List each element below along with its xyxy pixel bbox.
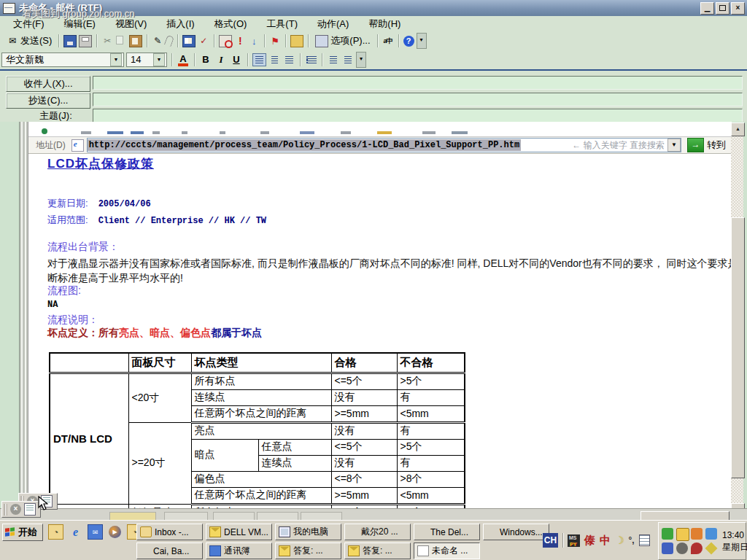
policy-table-cell: 暗点 [191,439,258,471]
menu-item[interactable]: 帮助(H) [368,18,400,31]
bad-pixel-definition: 坏点定义：所有亮点、暗点、偏色点都属于坏点 [47,327,262,340]
media-player-icon[interactable]: ▶ [108,525,122,539]
go-label[interactable]: 转到 [707,139,726,152]
cut-icon[interactable]: ✂ [101,36,113,47]
task-button[interactable]: 答复: ... [344,542,411,559]
importance-high-icon[interactable]: ! [234,36,246,47]
tray-icon[interactable] [662,528,673,540]
address-input[interactable]: http://cccts/management/process_team/Pol… [87,138,681,152]
background-heading: 流程出台背景： [47,241,119,254]
policy-table-cell: 任意点 [258,439,331,455]
underline-button[interactable]: U [230,53,243,66]
decrease-indent-button[interactable] [327,54,339,66]
align-center-button[interactable] [268,54,281,66]
task-button-icon [209,526,221,537]
vertical-scrollbar[interactable]: ▲ ▼ [731,122,743,516]
minimize-button[interactable]: ▁ [700,2,714,15]
help-icon[interactable]: ? [403,36,414,47]
horizontal-scrollbar[interactable] [0,508,747,521]
shortcut-clock-icon[interactable]: ◔ [48,524,63,540]
paste-icon[interactable] [129,35,142,47]
outlook-icon[interactable]: ✉ [88,524,103,540]
task-button[interactable]: Inbox -... [136,524,203,540]
mspy-ime-icon[interactable] [568,534,580,547]
cc-button[interactable]: 抄送(C)... [6,93,90,109]
punctuation-toggle-icon[interactable]: °, [629,535,635,545]
attach-paperclip-icon[interactable] [164,35,174,47]
drag-grip[interactable] [4,504,7,516]
align-right-button[interactable] [283,54,295,66]
internet-explorer-icon[interactable]: e [69,525,82,539]
print-icon[interactable] [79,35,92,47]
task-button-icon [487,527,497,537]
tray-icon[interactable] [691,528,703,540]
ime-chinese-toggle[interactable]: 中 [600,534,611,548]
cc-input[interactable] [93,93,743,106]
address-book-icon[interactable] [182,35,196,47]
bold-button[interactable]: B [199,53,212,66]
increase-indent-button[interactable] [341,54,354,66]
cancel-icon[interactable]: × [10,504,21,515]
check-names-icon[interactable]: ✓ [198,36,209,47]
combo-arrow-icon[interactable]: ▼ [110,53,122,66]
tray-icon[interactable] [676,542,688,554]
folder-icon[interactable] [290,35,303,47]
policy-table-cell: <5mm [397,405,465,422]
task-button[interactable]: 未命名 ... [414,542,480,559]
task-button[interactable]: Windows... [483,524,549,540]
tray-icon[interactable] [691,542,703,554]
font-color-button[interactable]: A [177,53,190,66]
message-flag-icon[interactable] [219,35,232,47]
menu-item[interactable]: 工具(T) [266,18,298,31]
start-button[interactable]: 开始 [2,524,43,541]
translate-icon[interactable]: a中 [382,36,394,47]
soft-keyboard-icon[interactable] [639,534,650,546]
menu-item[interactable]: 动作(A) [317,18,349,31]
to-input[interactable] [93,76,743,90]
toolbar-overflow-button[interactable]: ▾ [356,52,366,68]
address-dropdown-button[interactable]: ▼ [667,139,681,152]
combo-arrow-icon[interactable]: ▼ [153,53,165,66]
task-button[interactable]: The Del... [414,524,480,540]
task-button[interactable]: 戴尔20 ... [344,524,411,540]
ime-traditional-toggle[interactable]: 傣 [584,534,595,548]
task-button[interactable]: DELL VM... [206,524,272,540]
font-name-select[interactable]: 华文新魏 ▼ [1,52,124,67]
subject-input[interactable] [93,109,743,122]
paste-options-icon[interactable] [24,503,36,516]
menu-item[interactable]: 插入(I) [166,18,194,31]
close-button[interactable]: × [731,2,745,15]
task-button[interactable]: 我的电脑 [275,524,341,540]
scrollbar-thumb[interactable] [731,217,745,478]
mouse-cursor [38,496,48,510]
tray-icon[interactable] [705,542,718,554]
follow-up-flag-icon[interactable]: ⚑ [269,36,281,47]
tray-icon[interactable] [705,528,717,540]
tray-icon[interactable] [662,542,673,554]
save-icon[interactable] [63,35,77,47]
tray-icon[interactable] [676,528,689,541]
toolbar-overflow-button[interactable]: ▾ [417,33,427,49]
task-button[interactable]: 答复: ... [275,542,341,559]
go-button[interactable]: → [687,138,704,152]
importance-low-icon[interactable]: ↓ [248,36,260,47]
align-left-button[interactable] [252,53,266,66]
font-size-select[interactable]: 14 ▼ [126,52,167,67]
signature-icon[interactable]: ✎ [152,36,163,47]
send-button[interactable]: ✉ 发送(S) [4,34,54,48]
policy-table-cell: 有 [397,422,465,439]
task-button[interactable]: Cai, Ba... [136,542,203,559]
menu-item[interactable]: 格式(O) [214,18,247,31]
italic-button[interactable]: I [214,53,228,66]
restore-button[interactable] [716,2,729,15]
copy-icon[interactable] [116,36,126,46]
message-body[interactable]: 地址(D) http://cccts/management/process_te… [0,122,747,508]
task-button[interactable]: 通讯簿 [206,542,272,559]
bullet-list-button[interactable] [305,54,317,66]
options-button[interactable]: 选项(P)... [313,34,372,48]
scroll-up-button[interactable]: ▲ [731,122,745,136]
subject-label: 主题(J): [39,109,72,122]
language-indicator[interactable]: CH [543,533,558,548]
full-half-width-icon[interactable]: ☽ [615,534,624,546]
to-button[interactable]: 收件人(X)... [6,76,90,92]
